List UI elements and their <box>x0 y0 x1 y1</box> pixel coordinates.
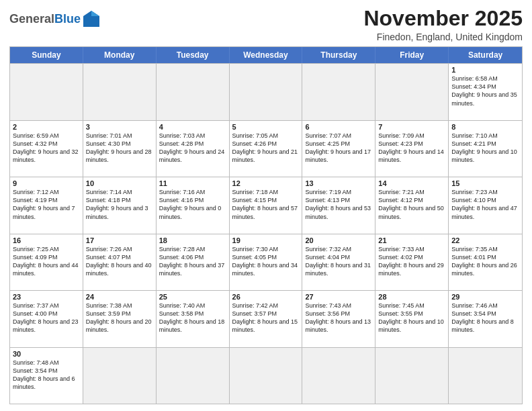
day-number: 27 <box>305 293 372 301</box>
calendar-cell <box>83 64 157 120</box>
calendar-cell: 21Sunrise: 7:33 AM Sunset: 4:02 PM Dayli… <box>375 234 449 290</box>
day-info: Sunrise: 7:09 AM Sunset: 4:23 PM Dayligh… <box>378 132 445 165</box>
logo: GeneralBlue <box>9 9 101 28</box>
calendar-cell: 24Sunrise: 7:38 AM Sunset: 3:59 PM Dayli… <box>83 291 157 347</box>
calendar-cell: 29Sunrise: 7:46 AM Sunset: 3:54 PM Dayli… <box>449 291 522 347</box>
day-info: Sunrise: 7:03 AM Sunset: 4:28 PM Dayligh… <box>159 132 226 165</box>
weekday-header: Sunday <box>10 47 83 63</box>
calendar-cell: 3Sunrise: 7:01 AM Sunset: 4:30 PM Daylig… <box>83 121 157 177</box>
calendar-cell: 26Sunrise: 7:42 AM Sunset: 3:57 PM Dayli… <box>230 291 303 347</box>
day-info: Sunrise: 7:26 AM Sunset: 4:07 PM Dayligh… <box>86 245 153 278</box>
day-number: 22 <box>451 236 519 244</box>
logo-general: General <box>9 12 54 26</box>
day-info: Sunrise: 7:38 AM Sunset: 3:59 PM Dayligh… <box>86 302 153 334</box>
day-info: Sunrise: 7:45 AM Sunset: 3:55 PM Dayligh… <box>378 302 445 334</box>
day-number: 18 <box>159 236 226 244</box>
day-info: Sunrise: 7:05 AM Sunset: 4:26 PM Dayligh… <box>232 132 300 165</box>
day-info: Sunrise: 7:32 AM Sunset: 4:04 PM Dayligh… <box>305 245 372 278</box>
svg-marker-1 <box>91 11 99 16</box>
day-info: Sunrise: 7:28 AM Sunset: 4:06 PM Dayligh… <box>159 245 226 278</box>
calendar-cell <box>230 64 303 120</box>
month-year: November 2025 <box>363 7 523 30</box>
day-info: Sunrise: 6:59 AM Sunset: 4:32 PM Dayligh… <box>13 132 80 165</box>
day-number: 7 <box>378 123 445 131</box>
day-number: 25 <box>159 293 226 301</box>
day-number: 20 <box>305 236 372 244</box>
day-info: Sunrise: 7:30 AM Sunset: 4:05 PM Dayligh… <box>232 245 300 278</box>
logo-blue: Blue <box>54 12 81 26</box>
day-number: 13 <box>305 179 372 187</box>
day-info: Sunrise: 7:40 AM Sunset: 3:58 PM Dayligh… <box>159 302 226 334</box>
day-number: 28 <box>378 293 445 301</box>
calendar-cell: 22Sunrise: 7:35 AM Sunset: 4:01 PM Dayli… <box>449 234 522 290</box>
day-number: 11 <box>159 179 226 187</box>
calendar-cell: 7Sunrise: 7:09 AM Sunset: 4:23 PM Daylig… <box>375 121 449 177</box>
calendar-cell: 14Sunrise: 7:21 AM Sunset: 4:12 PM Dayli… <box>375 177 449 233</box>
calendar-row: 30Sunrise: 7:48 AM Sunset: 3:54 PM Dayli… <box>10 347 522 404</box>
calendar-cell: 6Sunrise: 7:07 AM Sunset: 4:25 PM Daylig… <box>302 121 375 177</box>
weekday-header: Wednesday <box>230 47 303 63</box>
day-number: 2 <box>13 123 80 131</box>
day-number: 5 <box>232 123 300 131</box>
day-number: 19 <box>232 236 300 244</box>
calendar-row: 16Sunrise: 7:25 AM Sunset: 4:09 PM Dayli… <box>10 234 522 290</box>
weekday-header: Tuesday <box>157 47 230 63</box>
day-info: Sunrise: 7:01 AM Sunset: 4:30 PM Dayligh… <box>86 132 153 165</box>
calendar-cell: 28Sunrise: 7:45 AM Sunset: 3:55 PM Dayli… <box>375 291 449 347</box>
weekday-header: Friday <box>375 47 449 63</box>
day-number: 30 <box>13 350 80 358</box>
day-info: Sunrise: 7:21 AM Sunset: 4:12 PM Dayligh… <box>378 188 445 221</box>
day-number: 10 <box>86 179 153 187</box>
day-info: Sunrise: 7:07 AM Sunset: 4:25 PM Dayligh… <box>305 132 372 165</box>
calendar-cell <box>375 64 449 120</box>
calendar-row: 1Sunrise: 6:58 AM Sunset: 4:34 PM Daylig… <box>10 63 522 120</box>
day-number: 16 <box>13 236 80 244</box>
calendar-cell: 23Sunrise: 7:37 AM Sunset: 4:00 PM Dayli… <box>10 291 83 347</box>
header: GeneralBlue November 2025 Finedon, Engla… <box>9 7 523 42</box>
calendar-cell <box>10 64 83 120</box>
day-info: Sunrise: 7:48 AM Sunset: 3:54 PM Dayligh… <box>13 359 80 392</box>
day-info: Sunrise: 7:43 AM Sunset: 3:56 PM Dayligh… <box>305 302 372 334</box>
page: GeneralBlue November 2025 Finedon, Engla… <box>0 0 532 411</box>
day-info: Sunrise: 7:42 AM Sunset: 3:57 PM Dayligh… <box>232 302 300 334</box>
day-info: Sunrise: 7:23 AM Sunset: 4:10 PM Dayligh… <box>451 188 519 221</box>
day-info: Sunrise: 7:18 AM Sunset: 4:15 PM Dayligh… <box>232 188 300 221</box>
calendar-cell: 9Sunrise: 7:12 AM Sunset: 4:19 PM Daylig… <box>10 177 83 233</box>
day-number: 14 <box>378 179 445 187</box>
day-number: 26 <box>232 293 300 301</box>
calendar-cell: 8Sunrise: 7:10 AM Sunset: 4:21 PM Daylig… <box>449 121 522 177</box>
calendar-cell: 18Sunrise: 7:28 AM Sunset: 4:06 PM Dayli… <box>157 234 230 290</box>
day-info: Sunrise: 7:37 AM Sunset: 4:00 PM Dayligh… <box>13 302 80 334</box>
day-number: 1 <box>451 66 519 74</box>
day-info: Sunrise: 7:46 AM Sunset: 3:54 PM Dayligh… <box>451 302 519 334</box>
calendar-cell <box>157 64 230 120</box>
calendar: SundayMondayTuesdayWednesdayThursdayFrid… <box>9 46 523 404</box>
calendar-cell: 16Sunrise: 7:25 AM Sunset: 4:09 PM Dayli… <box>10 234 83 290</box>
calendar-cell: 20Sunrise: 7:32 AM Sunset: 4:04 PM Dayli… <box>302 234 375 290</box>
logo-icon <box>82 9 101 28</box>
calendar-cell <box>230 348 303 404</box>
calendar-cell: 27Sunrise: 7:43 AM Sunset: 3:56 PM Dayli… <box>302 291 375 347</box>
day-number: 15 <box>451 179 519 187</box>
calendar-cell: 11Sunrise: 7:16 AM Sunset: 4:16 PM Dayli… <box>157 177 230 233</box>
calendar-cell <box>302 64 375 120</box>
day-number: 8 <box>451 123 519 131</box>
calendar-cell: 10Sunrise: 7:14 AM Sunset: 4:18 PM Dayli… <box>83 177 157 233</box>
day-info: Sunrise: 7:14 AM Sunset: 4:18 PM Dayligh… <box>86 188 153 221</box>
day-info: Sunrise: 6:58 AM Sunset: 4:34 PM Dayligh… <box>451 75 519 107</box>
calendar-cell: 2Sunrise: 6:59 AM Sunset: 4:32 PM Daylig… <box>10 121 83 177</box>
day-number: 23 <box>13 293 80 301</box>
day-info: Sunrise: 7:25 AM Sunset: 4:09 PM Dayligh… <box>13 245 80 278</box>
day-number: 6 <box>305 123 372 131</box>
calendar-cell: 5Sunrise: 7:05 AM Sunset: 4:26 PM Daylig… <box>230 121 303 177</box>
day-info: Sunrise: 7:33 AM Sunset: 4:02 PM Dayligh… <box>378 245 445 278</box>
calendar-cell: 19Sunrise: 7:30 AM Sunset: 4:05 PM Dayli… <box>230 234 303 290</box>
day-info: Sunrise: 7:35 AM Sunset: 4:01 PM Dayligh… <box>451 245 519 278</box>
calendar-cell: 4Sunrise: 7:03 AM Sunset: 4:28 PM Daylig… <box>157 121 230 177</box>
calendar-cell <box>375 348 449 404</box>
day-info: Sunrise: 7:19 AM Sunset: 4:13 PM Dayligh… <box>305 188 372 221</box>
calendar-cell <box>302 348 375 404</box>
calendar-cell <box>83 348 157 404</box>
weekday-header: Monday <box>83 47 157 63</box>
calendar-cell <box>157 348 230 404</box>
